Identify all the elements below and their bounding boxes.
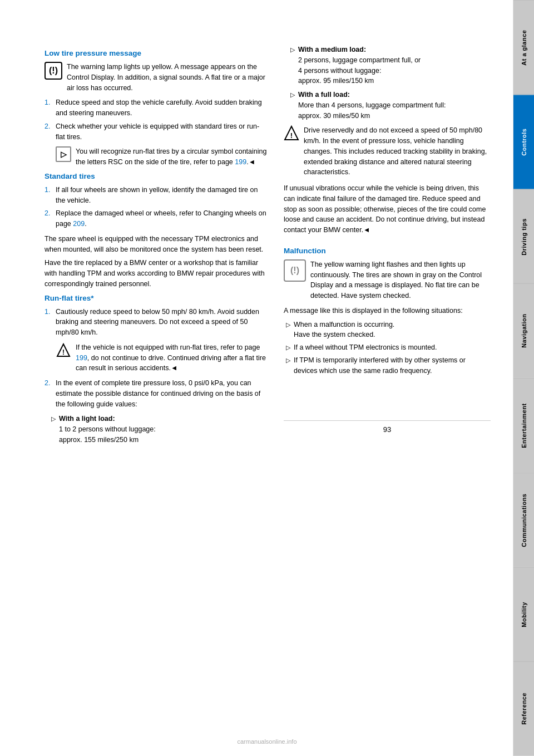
caution-box: ! Drive reservedly and do not exceed a s… bbox=[284, 125, 491, 178]
run-flat-warning-text: If the vehicle is not equipped with run-… bbox=[76, 342, 267, 374]
malfunction-section: Malfunction (!) The yellow warning light… bbox=[284, 247, 491, 376]
low-tire-warning-box: (!) The warning lamp lights up yellow. A… bbox=[44, 62, 267, 93]
run-flat-note-box: ▷ You will recognize run-flat tires by a… bbox=[56, 146, 267, 168]
malfunction-bullet-1: ▷ When a malfunction is occurring. Have … bbox=[284, 320, 491, 341]
page-container: Low tire pressure message (!) The warnin… bbox=[0, 0, 534, 756]
standard-tires-heading: Standard tires bbox=[44, 172, 267, 180]
page-link-199-runflat[interactable]: 199 bbox=[235, 158, 246, 166]
malfunction-arrow-2-icon: ▷ bbox=[284, 343, 290, 352]
low-tire-steps: 1. Reduce speed and stop the vehicle car… bbox=[44, 97, 267, 142]
malfunction-bullet-1-content: When a malfunction is occurring. Have th… bbox=[294, 320, 491, 341]
standard-tires-section: Standard tires 1. If all four wheels are… bbox=[44, 172, 267, 289]
vibration-text: If unusual vibrations occur while the ve… bbox=[284, 183, 491, 235]
full-load-arrow-icon: ▷ bbox=[288, 90, 295, 100]
svg-text:!: ! bbox=[290, 131, 293, 140]
run-flat-note: You will recognize run-flat tires by a c… bbox=[76, 146, 267, 168]
low-tire-warning-text: The warning lamp lights up yellow. A mes… bbox=[67, 62, 267, 93]
full-load-bullet: ▷ With a full load: More than 4 persons,… bbox=[284, 90, 491, 121]
bullet-arrow-icon: ▷ bbox=[49, 414, 56, 424]
malfunction-warning-text: The yellow warning light flashes and the… bbox=[310, 259, 491, 301]
page-link-209[interactable]: 209 bbox=[73, 220, 85, 228]
sidebar-tab-at-a-glance[interactable]: At a glance bbox=[513, 0, 534, 95]
run-flat-step-2: 2. In the event of complete tire pressur… bbox=[44, 378, 267, 409]
medium-load-arrow-icon: ▷ bbox=[288, 45, 295, 55]
step-num-2: 2. bbox=[44, 121, 50, 132]
malfunction-intro: A message like this is displayed in the … bbox=[284, 306, 491, 316]
run-flat-steps: 1. Cautiously reduce speed to below 50 m… bbox=[44, 307, 267, 338]
low-tire-step-2: 2. Check whether your vehicle is equippe… bbox=[44, 121, 267, 143]
svg-text:!: ! bbox=[62, 348, 65, 356]
standard-tires-steps: 1. If all four wheels are shown in yello… bbox=[44, 185, 267, 229]
sidebar: At a glance Controls Driving tips Naviga… bbox=[513, 0, 534, 756]
step-num-1: 1. bbox=[44, 97, 50, 108]
malfunction-bullet-2: ▷ If a wheel without TPM electronics is … bbox=[284, 342, 491, 353]
malfunction-heading: Malfunction bbox=[284, 247, 491, 255]
rf-step-num-1: 1. bbox=[44, 307, 50, 317]
sidebar-tab-reference[interactable]: Reference bbox=[513, 661, 534, 756]
run-flat-step2-list: 2. In the event of complete tire pressur… bbox=[44, 378, 267, 409]
caution-text: Drive reservedly and do not exceed a spe… bbox=[304, 125, 491, 178]
sidebar-tab-controls[interactable]: Controls bbox=[513, 95, 534, 189]
medium-load-bullet: ▷ With a medium load: 2 persons, luggage… bbox=[284, 45, 491, 86]
play-icon: ▷ bbox=[56, 146, 71, 162]
light-load-content: With a light load: 1 to 2 persons withou… bbox=[59, 414, 267, 445]
page-link-199-warning[interactable]: 199 bbox=[76, 354, 87, 362]
malfunction-arrow-1-icon: ▷ bbox=[284, 320, 290, 330]
sidebar-tab-communications[interactable]: Communications bbox=[513, 473, 534, 567]
page-number-line: 93 bbox=[284, 420, 491, 434]
exclamation-icon: (!) bbox=[44, 62, 62, 80]
spare-note: The spare wheel is equipped with the nec… bbox=[44, 234, 267, 255]
page-number-container: 93 bbox=[284, 420, 491, 434]
caution-triangle-icon: ! bbox=[284, 125, 299, 141]
malfunction-icon: (!) bbox=[284, 259, 306, 282]
malfunction-arrow-3-icon: ▷ bbox=[284, 356, 290, 365]
low-tire-step-1: 1. Reduce speed and stop the vehicle car… bbox=[44, 97, 267, 119]
sidebar-tab-navigation[interactable]: Navigation bbox=[513, 283, 534, 378]
sidebar-tab-mobility[interactable]: Mobility bbox=[513, 567, 534, 662]
sidebar-tab-driving-tips[interactable]: Driving tips bbox=[513, 189, 534, 284]
malfunction-bullet-3: ▷ If TPM is temporarily interfered with … bbox=[284, 355, 491, 376]
rf-step-num-2: 2. bbox=[44, 378, 50, 389]
low-tire-heading: Low tire pressure message bbox=[44, 49, 267, 57]
malfunction-warning-box: (!) The yellow warning light flashes and… bbox=[284, 259, 491, 301]
standard-step-2: 2. Replace the damaged wheel or wheels, … bbox=[44, 208, 267, 229]
watermark: carmanualsonline.info bbox=[237, 738, 296, 745]
right-column: ▷ With a medium load: 2 persons, luggage… bbox=[284, 45, 491, 723]
run-flat-heading: Run-flat tires* bbox=[44, 294, 267, 302]
low-tire-section: Low tire pressure message (!) The warnin… bbox=[44, 49, 267, 168]
run-flat-warning-box: ! If the vehicle is not equipped with ru… bbox=[56, 342, 267, 374]
standard-step-1: 1. If all four wheels are shown in yello… bbox=[44, 185, 267, 206]
main-content: Low tire pressure message (!) The warnin… bbox=[0, 0, 513, 756]
triangle-warning-icon: ! bbox=[56, 342, 71, 358]
std-step-num-2: 2. bbox=[44, 208, 50, 219]
run-flat-section: Run-flat tires* 1. Cautiously reduce spe… bbox=[44, 294, 267, 445]
sidebar-tab-entertainment[interactable]: Entertainment bbox=[513, 378, 534, 473]
medium-load-content: With a medium load: 2 persons, luggage c… bbox=[298, 45, 491, 86]
page-number: 93 bbox=[383, 425, 391, 434]
malfunction-bullet-2-content: If a wheel without TPM electronics is mo… bbox=[294, 342, 491, 353]
bmw-center-note: Have the tire replaced by a BMW center o… bbox=[44, 258, 267, 289]
light-load-bullet: ▷ With a light load: 1 to 2 persons with… bbox=[44, 414, 267, 445]
left-column: Low tire pressure message (!) The warnin… bbox=[44, 45, 267, 723]
malfunction-bullet-3-content: If TPM is temporarily interfered with by… bbox=[294, 355, 491, 376]
run-flat-step-1: 1. Cautiously reduce speed to below 50 m… bbox=[44, 307, 267, 338]
full-load-content: With a full load: More than 4 persons, l… bbox=[298, 90, 491, 121]
std-step-num-1: 1. bbox=[44, 185, 50, 195]
